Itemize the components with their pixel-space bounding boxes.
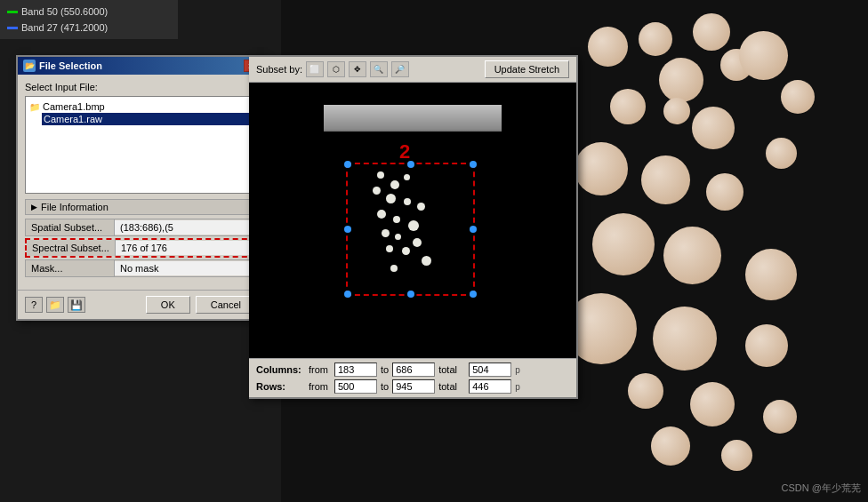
- cancel-button[interactable]: Cancel: [196, 296, 256, 314]
- dialog-body: Select Input File: 📁 Camera1.bmp Camera1…: [18, 75, 263, 286]
- spatial-subset-value: (183:686),(5: [115, 220, 255, 235]
- file-item-bmp[interactable]: 📁 Camera1.bmp: [29, 100, 252, 113]
- watermark: CSDN @年少荒芜: [782, 482, 861, 495]
- spectral-subset-value: 176 of 176: [116, 241, 254, 255]
- file-tree: 📁 Camera1.bmp Camera1.raw: [25, 96, 256, 194]
- update-stretch-button[interactable]: Update Stretch: [485, 60, 569, 78]
- file-name-bmp: Camera1.bmp: [43, 101, 105, 112]
- legend-color-blue: [7, 27, 18, 29]
- move-icon[interactable]: ✥: [349, 61, 366, 77]
- image-preview: 2: [249, 83, 576, 358]
- selection-box: [346, 163, 475, 296]
- spatial-subset-button[interactable]: Spatial Subset...: [26, 219, 115, 235]
- columns-label: Columns:: [256, 364, 305, 375]
- handle-bm: [407, 291, 414, 298]
- dialog-title-left: 📂 File Selection: [23, 60, 102, 72]
- preview-img-area: 2: [324, 105, 502, 336]
- dialog-titlebar: 📂 File Selection ×: [18, 57, 263, 75]
- legend-color-green: [7, 11, 18, 13]
- dialog-action-buttons: OK Cancel: [146, 296, 256, 314]
- dialog-title: File Selection: [39, 60, 102, 71]
- rows-from-input[interactable]: [334, 379, 377, 394]
- handle-mr: [470, 226, 477, 233]
- select-input-label: Select Input File:: [25, 82, 256, 92]
- save-icon[interactable]: 💾: [68, 297, 85, 313]
- subset-panel: Subset by: ⬜ ⬡ ✥ 🔍 🔎 Update Stretch 2: [249, 55, 578, 399]
- footer-icons: ? 📁 💾: [25, 297, 85, 313]
- file-info-header[interactable]: ▶ File Information: [25, 199, 256, 215]
- folder-icon: 📁: [29, 102, 40, 112]
- subset-toolbar: Subset by: ⬜ ⬡ ✥ 🔍 🔎 Update Stretch: [249, 57, 576, 83]
- columns-from-input[interactable]: [334, 363, 377, 377]
- legend-item-band27: Band 27 (471.2000): [7, 20, 171, 36]
- file-info-label: File Information: [41, 202, 108, 212]
- columns-from-label: from: [309, 364, 331, 375]
- rows-total-label: total: [438, 381, 465, 392]
- selection-number: 2: [399, 140, 410, 163]
- subset-by-row: Subset by: ⬜ ⬡ ✥ 🔍 🔎: [256, 61, 409, 77]
- rows-to-input[interactable]: [392, 379, 435, 394]
- rows-row: Rows: from to total p: [256, 379, 569, 394]
- file-item-raw[interactable]: Camera1.raw: [42, 113, 252, 125]
- file-selection-dialog: 📂 File Selection × Select Input File: 📁 …: [16, 55, 265, 321]
- columns-to-input[interactable]: [392, 363, 435, 377]
- legend-bar: Band 50 (550.6000) Band 27 (471.2000): [0, 0, 178, 39]
- handle-tl: [344, 161, 351, 168]
- rows-to-label: to: [381, 381, 389, 392]
- handle-br: [470, 291, 477, 298]
- handle-bl: [344, 291, 351, 298]
- columns-total-label: total: [438, 364, 465, 375]
- ok-button[interactable]: OK: [146, 296, 190, 314]
- rect-select-icon[interactable]: ⬜: [306, 61, 324, 77]
- polygon-select-icon[interactable]: ⬡: [327, 61, 345, 77]
- subset-by-label: Subset by:: [256, 64, 302, 75]
- dialog-footer: ? 📁 💾 OK Cancel: [18, 290, 263, 319]
- mask-value: No mask: [115, 261, 255, 275]
- mask-row: Mask... No mask: [25, 259, 256, 277]
- expand-triangle-icon: ▶: [31, 203, 37, 211]
- zoom-out-icon[interactable]: 🔎: [391, 61, 409, 77]
- columns-unit: p: [515, 365, 520, 375]
- handle-tm: [407, 161, 414, 168]
- legend-item-band50: Band 50 (550.6000): [7, 4, 171, 20]
- zoom-in-icon[interactable]: 🔍: [370, 61, 388, 77]
- mask-button[interactable]: Mask...: [26, 260, 115, 276]
- preview-img-content: 2: [324, 131, 502, 336]
- spatial-subset-row: Spatial Subset... (183:686),(5: [25, 219, 256, 236]
- help-icon[interactable]: ?: [25, 297, 43, 313]
- handle-ml: [344, 226, 351, 233]
- spectral-subset-button[interactable]: Spectral Subset...: [27, 240, 116, 256]
- info-bar: Columns: from to total p Rows: from to t…: [249, 358, 576, 397]
- columns-total-input[interactable]: [469, 363, 511, 377]
- image-top-strip: [324, 105, 502, 130]
- preview-inner: 2: [249, 83, 576, 358]
- legend-label-band50: Band 50 (550.6000): [21, 4, 108, 20]
- dialog-icon: 📂: [23, 60, 36, 72]
- handle-tr: [470, 161, 477, 168]
- rows-label: Rows:: [256, 381, 305, 392]
- columns-to-label: to: [381, 364, 389, 375]
- spectral-subset-row: Spectral Subset... 176 of 176: [25, 238, 256, 258]
- file-name-raw: Camera1.raw: [44, 114, 102, 124]
- folder-open-icon[interactable]: 📁: [46, 297, 64, 313]
- rows-total-input[interactable]: [469, 379, 511, 394]
- rows-unit: p: [515, 382, 520, 392]
- legend-label-band27: Band 27 (471.2000): [21, 20, 108, 36]
- rows-from-label: from: [309, 381, 331, 392]
- columns-row: Columns: from to total p: [256, 363, 569, 377]
